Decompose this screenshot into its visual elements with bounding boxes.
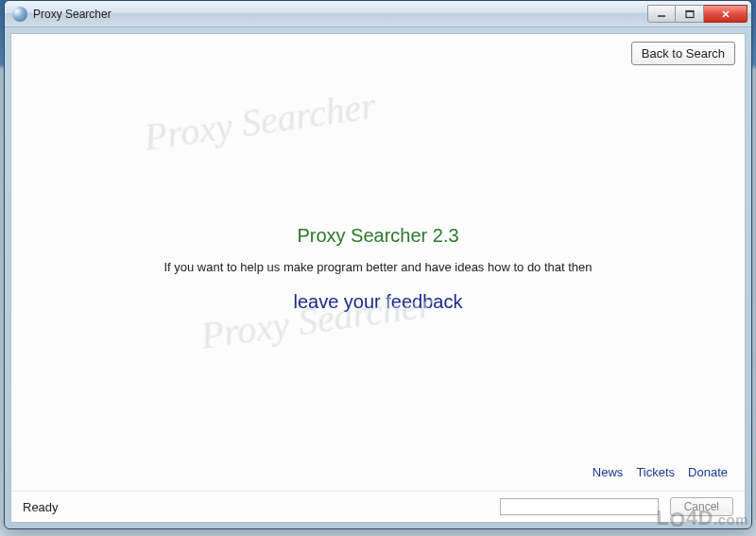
titlebar[interactable]: Proxy Searcher [5,1,751,27]
top-bar: Back to Search [11,34,745,73]
back-to-search-button[interactable]: Back to Search [631,42,735,65]
window-controls [647,5,747,23]
feedback-link[interactable]: leave your feedback [293,291,462,313]
close-button[interactable] [704,5,747,23]
cancel-button: Cancel [670,497,733,516]
client-area: Back to Search Proxy Searcher Proxy Sear… [10,33,746,523]
help-text: If you want to help us make program bett… [163,260,592,274]
app-window: Proxy Searcher Back to Search Proxy Sear… [4,0,752,529]
window-title: Proxy Searcher [33,8,647,21]
app-icon [12,7,27,22]
app-title: Proxy Searcher 2.3 [297,225,458,247]
main-content: Proxy Searcher Proxy Searcher Proxy Sear… [11,73,745,465]
progress-bar [500,498,659,515]
maximize-button[interactable] [676,5,704,23]
tickets-link[interactable]: Tickets [636,465,675,479]
status-bar: Ready Cancel [11,491,745,522]
news-link[interactable]: News [593,465,624,479]
donate-link[interactable]: Donate [688,465,728,479]
watermark-text: Proxy Searcher [142,83,379,160]
bottom-links: News Tickets Donate [11,465,745,491]
minimize-button[interactable] [647,5,676,23]
status-text: Ready [23,500,500,514]
